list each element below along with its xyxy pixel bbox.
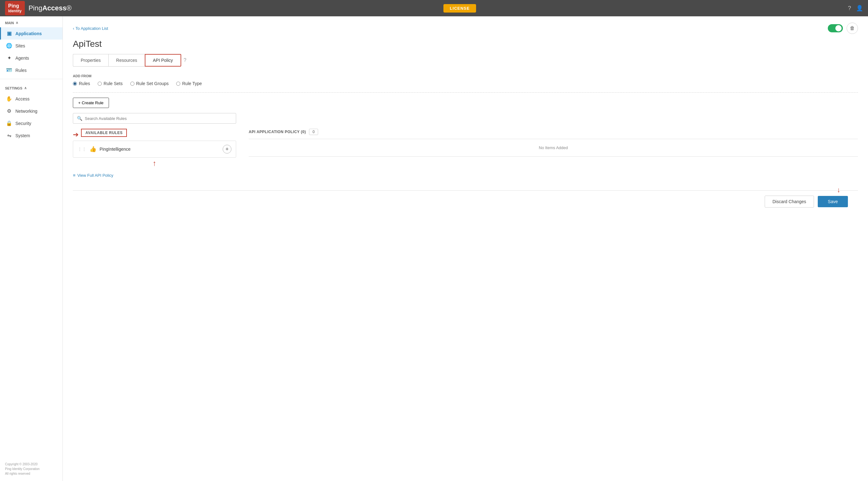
arrow-right-icon: ➔ (73, 131, 79, 139)
save-button[interactable]: Save (818, 196, 848, 207)
policy-bottom-divider (249, 156, 858, 157)
license-button[interactable]: LICENSE (443, 4, 476, 12)
sidebar-item-agents[interactable]: ✦ Agents (0, 52, 62, 64)
sidebar-item-label: Access (16, 96, 30, 101)
security-icon: 🔒 (6, 120, 12, 126)
action-buttons: Discard Changes ↓ Save (765, 196, 848, 207)
logo-identity: Identity (8, 9, 22, 13)
bottom-bar: Discard Changes ↓ Save (73, 190, 858, 213)
layout: MAIN ∧ ▣ Applications 🌐 Sites ✦ Agents 🪪… (0, 16, 868, 481)
page-title-section: ApiTest Properties Resources API Policy … (63, 34, 868, 67)
search-input[interactable] (85, 116, 232, 121)
agents-icon: ✦ (6, 55, 12, 61)
tabs-row: Properties Resources API Policy ? (73, 54, 858, 67)
navbar-center: LICENSE (443, 4, 476, 12)
sidebar-footer: Copyright © 2003-2020 Ping Identity Corp… (0, 457, 62, 481)
policy-columns: ➔ AVAILABLE RULES ⋮⋮ 👍 PingIntelligence (73, 129, 858, 168)
delete-button[interactable]: 🗑 (847, 23, 858, 34)
app-name: PingAccess® (29, 4, 71, 12)
user-icon[interactable]: 👤 (856, 5, 863, 11)
rule-thumb-icon: 👍 (90, 146, 96, 153)
navbar: Ping Identity PingAccess® LICENSE ? 👤 (0, 0, 868, 16)
help-icon[interactable]: ? (848, 5, 851, 11)
sidebar-item-label: Applications (16, 31, 42, 36)
sidebar: MAIN ∧ ▣ Applications 🌐 Sites ✦ Agents 🪪… (0, 16, 63, 481)
tab-resources[interactable]: Resources (108, 54, 145, 67)
delete-icon: 🗑 (850, 26, 855, 31)
rule-item-container: ⋮⋮ 👍 PingIntelligence + ↑ (73, 141, 236, 168)
radio-group: Rules Rule Sets Rule Set Groups Rule Typ… (73, 81, 858, 86)
tab-help-icon[interactable]: ? (184, 58, 187, 63)
rules-icon: 🪪 (6, 67, 12, 73)
save-container: ↓ Save (818, 196, 848, 207)
tab-api-policy[interactable]: API Policy (145, 54, 181, 67)
sites-icon: 🌐 (6, 43, 12, 49)
ping-logo: Ping Identity (5, 1, 25, 15)
available-rules-column: ➔ AVAILABLE RULES ⋮⋮ 👍 PingIntelligence (73, 129, 236, 168)
sidebar-item-applications[interactable]: ▣ Applications (0, 27, 62, 39)
back-link[interactable]: ‹ To Application List (73, 26, 108, 31)
sidebar-item-rules[interactable]: 🪪 Rules (0, 64, 62, 76)
main-section-header[interactable]: MAIN ∧ (0, 16, 62, 27)
sidebar-item-sites[interactable]: 🌐 Sites (0, 39, 62, 52)
discard-button[interactable]: Discard Changes (765, 196, 814, 207)
view-full-api-policy-link[interactable]: ≡ View Full API Policy (73, 173, 858, 178)
search-icon: 🔍 (77, 116, 82, 121)
plus-icon: + (225, 146, 229, 153)
rule-item-left: ⋮⋮ 👍 PingIntelligence (78, 146, 131, 153)
sidebar-item-label: Rules (16, 68, 27, 73)
page-title: ApiTest (73, 39, 858, 49)
radio-rules[interactable]: Rules (73, 81, 90, 86)
settings-section-header[interactable]: SETTINGS ∧ (0, 82, 62, 93)
radio-rule-sets[interactable]: Rule Sets (98, 81, 123, 86)
toggle-slider (828, 24, 843, 32)
search-box[interactable]: 🔍 (73, 113, 236, 124)
system-icon: ⇋ (6, 132, 12, 138)
sidebar-item-security[interactable]: 🔒 Security (0, 117, 62, 129)
main-content: ‹ To Application List 🗑 ApiTest Properti… (63, 16, 868, 481)
navbar-left: Ping Identity PingAccess® (5, 1, 71, 15)
available-rules-header: AVAILABLE RULES (81, 129, 127, 137)
section-divider (73, 92, 858, 93)
page-header-right: 🗑 (828, 23, 858, 34)
page-header: ‹ To Application List 🗑 (63, 16, 868, 34)
back-link-label: To Application List (75, 26, 108, 31)
policy-title-label: API APPLICATION POLICY (0) (249, 130, 306, 134)
tab-bar: Properties Resources API Policy (73, 54, 181, 67)
api-policy-column: API APPLICATION POLICY (0) 0 No Items Ad… (249, 129, 858, 168)
sidebar-item-label: System (16, 133, 30, 138)
no-items-text: No Items Added (249, 139, 858, 156)
sidebar-item-networking[interactable]: ⚙ Networking (0, 105, 62, 117)
access-icon: ✋ (6, 96, 12, 102)
logo-ping: Ping (8, 3, 22, 9)
sidebar-item-label: Networking (16, 109, 37, 114)
available-rules-header-row: ➔ AVAILABLE RULES (73, 129, 236, 141)
drag-handle-icon[interactable]: ⋮⋮ (78, 147, 86, 152)
sidebar-item-system[interactable]: ⇋ System (0, 129, 62, 141)
create-rule-button[interactable]: + Create Rule (73, 98, 109, 108)
view-full-icon: ≡ (73, 173, 75, 178)
applications-icon: ▣ (6, 30, 12, 36)
radio-rule-type[interactable]: Rule Type (176, 81, 202, 86)
rule-name: PingIntelligence (99, 147, 131, 152)
add-rule-button[interactable]: + (223, 145, 231, 154)
add-from-label: ADD FROM (73, 74, 858, 78)
rule-item: ⋮⋮ 👍 PingIntelligence + (73, 141, 236, 158)
sidebar-item-label: Agents (16, 56, 29, 61)
navbar-right: ? 👤 (848, 5, 863, 11)
logo-text: Ping Identity (8, 3, 22, 13)
sidebar-divider (0, 79, 62, 79)
sidebar-item-label: Sites (16, 43, 25, 49)
back-chevron-icon: ‹ (73, 26, 74, 31)
radio-rule-set-groups[interactable]: Rule Set Groups (130, 81, 169, 86)
content-area: ADD FROM Rules Rule Sets Rule Set Groups (63, 74, 868, 213)
sidebar-item-access[interactable]: ✋ Access (0, 93, 62, 105)
policy-header: API APPLICATION POLICY (0) 0 (249, 129, 858, 135)
add-from-section: ADD FROM Rules Rule Sets Rule Set Groups (73, 74, 858, 86)
networking-icon: ⚙ (6, 108, 12, 114)
sidebar-item-label: Security (16, 121, 31, 126)
arrow-up-icon: ↑ (73, 159, 236, 168)
enable-toggle[interactable] (828, 24, 843, 32)
policy-count-badge: 0 (309, 129, 318, 135)
tab-properties[interactable]: Properties (73, 54, 108, 67)
